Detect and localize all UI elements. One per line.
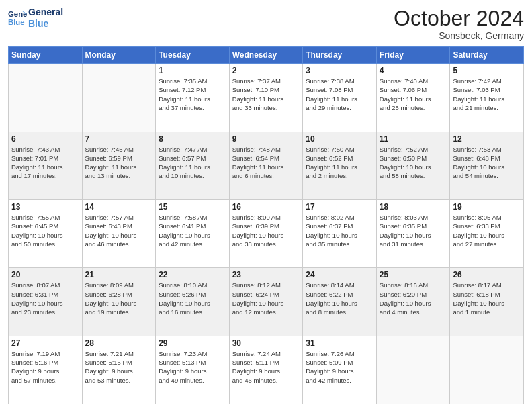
day-number: 26 bbox=[453, 270, 521, 279]
calendar-cell: 8Sunrise: 7:47 AM Sunset: 6:57 PM Daylig… bbox=[156, 132, 230, 199]
calendar-cell: 22Sunrise: 8:10 AM Sunset: 6:26 PM Dayli… bbox=[156, 268, 230, 336]
location: Sonsbeck, Germany bbox=[394, 30, 524, 41]
calendar-cell bbox=[9, 64, 83, 132]
day-detail: Sunrise: 8:03 AM Sunset: 6:35 PM Dayligh… bbox=[380, 213, 447, 248]
day-number: 30 bbox=[232, 338, 300, 348]
header: General Blue General Blue October 2024 S… bbox=[8, 7, 524, 41]
day-detail: Sunrise: 8:10 AM Sunset: 6:26 PM Dayligh… bbox=[159, 281, 226, 316]
calendar-cell: 6Sunrise: 7:43 AM Sunset: 7:01 PM Daylig… bbox=[9, 132, 83, 199]
calendar-cell: 23Sunrise: 8:12 AM Sunset: 6:24 PM Dayli… bbox=[229, 268, 303, 336]
calendar-cell: 17Sunrise: 8:02 AM Sunset: 6:37 PM Dayli… bbox=[303, 199, 377, 267]
day-number: 2 bbox=[232, 66, 300, 75]
day-number: 16 bbox=[232, 202, 300, 212]
day-detail: Sunrise: 7:38 AM Sunset: 7:08 PM Dayligh… bbox=[306, 77, 373, 112]
calendar-cell: 26Sunrise: 8:17 AM Sunset: 6:18 PM Dayli… bbox=[450, 268, 524, 336]
day-detail: Sunrise: 8:16 AM Sunset: 6:20 PM Dayligh… bbox=[380, 281, 447, 316]
day-detail: Sunrise: 7:42 AM Sunset: 7:03 PM Dayligh… bbox=[453, 77, 521, 112]
day-number: 27 bbox=[11, 338, 79, 348]
weekday-header-thursday: Thursday bbox=[303, 47, 377, 64]
calendar-cell: 12Sunrise: 7:53 AM Sunset: 6:48 PM Dayli… bbox=[450, 132, 524, 199]
calendar-table: SundayMondayTuesdayWednesdayThursdayFrid… bbox=[8, 46, 524, 404]
day-number: 8 bbox=[159, 134, 226, 144]
calendar-cell: 9Sunrise: 7:48 AM Sunset: 6:54 PM Daylig… bbox=[229, 132, 303, 199]
calendar-cell: 4Sunrise: 7:40 AM Sunset: 7:06 PM Daylig… bbox=[376, 64, 450, 132]
day-number: 21 bbox=[85, 270, 153, 279]
day-number: 19 bbox=[453, 202, 521, 212]
day-detail: Sunrise: 8:09 AM Sunset: 6:28 PM Dayligh… bbox=[85, 281, 153, 316]
day-detail: Sunrise: 7:58 AM Sunset: 6:41 PM Dayligh… bbox=[159, 213, 226, 248]
day-number: 24 bbox=[306, 270, 373, 279]
calendar-cell: 31Sunrise: 7:26 AM Sunset: 5:09 PM Dayli… bbox=[303, 336, 377, 404]
weekday-header-row: SundayMondayTuesdayWednesdayThursdayFrid… bbox=[9, 47, 524, 64]
day-detail: Sunrise: 8:07 AM Sunset: 6:31 PM Dayligh… bbox=[11, 281, 79, 316]
day-detail: Sunrise: 7:50 AM Sunset: 6:52 PM Dayligh… bbox=[306, 145, 373, 181]
day-number: 4 bbox=[380, 66, 447, 75]
logo: General Blue General Blue bbox=[8, 7, 63, 30]
calendar-cell: 29Sunrise: 7:23 AM Sunset: 5:13 PM Dayli… bbox=[156, 336, 230, 404]
day-number: 23 bbox=[232, 270, 300, 279]
day-number: 17 bbox=[306, 202, 373, 212]
page: General Blue General Blue October 2024 S… bbox=[0, 0, 532, 411]
calendar-cell: 3Sunrise: 7:38 AM Sunset: 7:08 PM Daylig… bbox=[303, 64, 377, 132]
calendar-cell: 5Sunrise: 7:42 AM Sunset: 7:03 PM Daylig… bbox=[450, 64, 524, 132]
calendar-cell bbox=[376, 336, 450, 404]
calendar-cell: 24Sunrise: 8:14 AM Sunset: 6:22 PM Dayli… bbox=[303, 268, 377, 336]
day-number: 25 bbox=[380, 270, 447, 279]
day-detail: Sunrise: 7:57 AM Sunset: 6:43 PM Dayligh… bbox=[85, 213, 153, 248]
weekday-header-monday: Monday bbox=[82, 47, 156, 64]
calendar-cell: 16Sunrise: 8:00 AM Sunset: 6:39 PM Dayli… bbox=[229, 199, 303, 267]
day-detail: Sunrise: 7:21 AM Sunset: 5:15 PM Dayligh… bbox=[85, 349, 153, 385]
calendar-week-row: 1Sunrise: 7:35 AM Sunset: 7:12 PM Daylig… bbox=[9, 64, 524, 132]
day-number: 11 bbox=[380, 134, 447, 144]
calendar-cell: 30Sunrise: 7:24 AM Sunset: 5:11 PM Dayli… bbox=[229, 336, 303, 404]
day-detail: Sunrise: 7:43 AM Sunset: 7:01 PM Dayligh… bbox=[11, 145, 79, 181]
day-detail: Sunrise: 7:24 AM Sunset: 5:11 PM Dayligh… bbox=[232, 349, 300, 385]
weekday-header-friday: Friday bbox=[376, 47, 450, 64]
calendar-cell: 1Sunrise: 7:35 AM Sunset: 7:12 PM Daylig… bbox=[156, 64, 230, 132]
day-number: 12 bbox=[453, 134, 521, 144]
day-number: 7 bbox=[85, 134, 153, 144]
calendar-cell: 13Sunrise: 7:55 AM Sunset: 6:45 PM Dayli… bbox=[9, 199, 83, 267]
day-number: 10 bbox=[306, 134, 373, 144]
month-title: October 2024 bbox=[394, 7, 524, 30]
day-detail: Sunrise: 7:47 AM Sunset: 6:57 PM Dayligh… bbox=[159, 145, 226, 181]
day-detail: Sunrise: 7:45 AM Sunset: 6:59 PM Dayligh… bbox=[85, 145, 153, 181]
calendar-cell: 7Sunrise: 7:45 AM Sunset: 6:59 PM Daylig… bbox=[82, 132, 156, 199]
day-number: 15 bbox=[159, 202, 226, 212]
calendar-week-row: 6Sunrise: 7:43 AM Sunset: 7:01 PM Daylig… bbox=[9, 132, 524, 199]
weekday-header-tuesday: Tuesday bbox=[156, 47, 230, 64]
day-detail: Sunrise: 7:55 AM Sunset: 6:45 PM Dayligh… bbox=[11, 213, 79, 248]
day-detail: Sunrise: 7:53 AM Sunset: 6:48 PM Dayligh… bbox=[453, 145, 521, 181]
day-detail: Sunrise: 7:37 AM Sunset: 7:10 PM Dayligh… bbox=[232, 77, 300, 112]
calendar-cell: 11Sunrise: 7:52 AM Sunset: 6:50 PM Dayli… bbox=[376, 132, 450, 199]
day-number: 29 bbox=[159, 338, 226, 348]
day-number: 3 bbox=[306, 66, 373, 75]
logo-text-blue: Blue bbox=[28, 18, 63, 30]
day-number: 5 bbox=[453, 66, 521, 75]
calendar-cell: 25Sunrise: 8:16 AM Sunset: 6:20 PM Dayli… bbox=[376, 268, 450, 336]
svg-text:General: General bbox=[8, 10, 27, 18]
day-detail: Sunrise: 8:14 AM Sunset: 6:22 PM Dayligh… bbox=[306, 281, 373, 316]
day-number: 9 bbox=[232, 134, 300, 144]
calendar-cell: 18Sunrise: 8:03 AM Sunset: 6:35 PM Dayli… bbox=[376, 199, 450, 267]
svg-text:Blue: Blue bbox=[8, 17, 25, 26]
calendar-cell: 20Sunrise: 8:07 AM Sunset: 6:31 PM Dayli… bbox=[9, 268, 83, 336]
day-detail: Sunrise: 8:02 AM Sunset: 6:37 PM Dayligh… bbox=[306, 213, 373, 248]
day-detail: Sunrise: 7:26 AM Sunset: 5:09 PM Dayligh… bbox=[306, 349, 373, 385]
day-number: 22 bbox=[159, 270, 226, 279]
calendar-week-row: 13Sunrise: 7:55 AM Sunset: 6:45 PM Dayli… bbox=[9, 199, 524, 267]
day-detail: Sunrise: 8:17 AM Sunset: 6:18 PM Dayligh… bbox=[453, 281, 521, 316]
day-number: 31 bbox=[306, 338, 373, 348]
day-number: 14 bbox=[85, 202, 153, 212]
calendar-cell bbox=[450, 336, 524, 404]
calendar-cell: 27Sunrise: 7:19 AM Sunset: 5:16 PM Dayli… bbox=[9, 336, 83, 404]
calendar-cell bbox=[82, 64, 156, 132]
day-detail: Sunrise: 7:48 AM Sunset: 6:54 PM Dayligh… bbox=[232, 145, 300, 181]
day-detail: Sunrise: 7:40 AM Sunset: 7:06 PM Dayligh… bbox=[380, 77, 447, 112]
weekday-header-saturday: Saturday bbox=[450, 47, 524, 64]
day-number: 6 bbox=[11, 134, 79, 144]
calendar-week-row: 27Sunrise: 7:19 AM Sunset: 5:16 PM Dayli… bbox=[9, 336, 524, 404]
calendar-cell: 2Sunrise: 7:37 AM Sunset: 7:10 PM Daylig… bbox=[229, 64, 303, 132]
weekday-header-sunday: Sunday bbox=[9, 47, 83, 64]
calendar-cell: 15Sunrise: 7:58 AM Sunset: 6:41 PM Dayli… bbox=[156, 199, 230, 267]
